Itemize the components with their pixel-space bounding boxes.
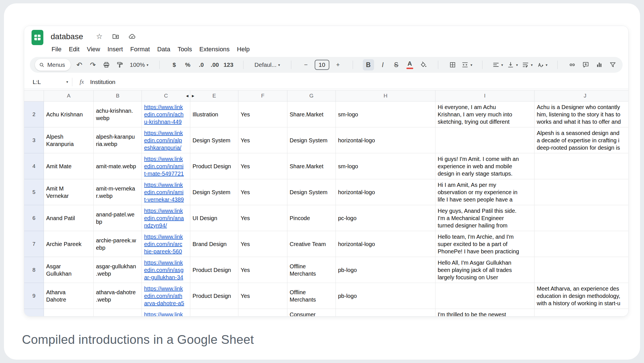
format-percent-button[interactable]: % xyxy=(183,59,193,70)
row-header-7[interactable]: 7 xyxy=(24,231,44,257)
cell-J2[interactable]: Achu is a Designer who contantly him, li… xyxy=(535,101,628,127)
cell-A7[interactable]: Archie Pareek xyxy=(44,231,94,257)
strikethrough-button[interactable]: S xyxy=(392,59,401,70)
italic-button[interactable]: I xyxy=(378,59,388,70)
row-header-10[interactable]: 10 xyxy=(24,309,44,316)
cell-C10[interactable]: https://www.link xyxy=(142,309,190,316)
document-title[interactable]: database xyxy=(51,32,83,41)
column-header-I[interactable]: I xyxy=(435,90,535,101)
menu-view[interactable]: View xyxy=(83,45,104,54)
star-icon[interactable]: ☆ xyxy=(95,32,104,41)
cell-F5[interactable]: Yes xyxy=(238,179,287,205)
cell-G10[interactable]: Consumer xyxy=(287,309,336,316)
column-header-E[interactable]: E► xyxy=(190,90,238,101)
cell-E10[interactable] xyxy=(190,309,238,316)
cell-A6[interactable]: Anand Patil xyxy=(44,205,94,231)
column-header-C[interactable]: C◄ xyxy=(142,90,190,101)
cell-E3[interactable]: Design System xyxy=(190,127,238,153)
cell-B4[interactable]: amit-mate.webp xyxy=(94,153,142,179)
cell-C5[interactable]: https://www.link edin.com/in/ami t-verne… xyxy=(142,179,190,205)
cell-J8[interactable] xyxy=(535,257,628,283)
cell-C9[interactable]: https://www.link edin.com/in/ath arva-da… xyxy=(142,283,190,309)
cell-C3[interactable]: https://www.link edin.com/in/alp eshkara… xyxy=(142,127,190,153)
cell-J3[interactable]: Alpesh is a seasoned design and a decade… xyxy=(535,127,628,153)
cell-I8[interactable]: Hello All, I'm Asgar Gullukhan been play… xyxy=(435,257,535,283)
cell-H7[interactable]: horizontal-logo xyxy=(336,231,435,257)
redo-icon[interactable]: ↷ xyxy=(88,59,98,70)
fill-color-icon[interactable] xyxy=(419,59,428,70)
cell-B2[interactable]: achu-krishnan. webp xyxy=(94,101,142,127)
cell-F3[interactable]: Yes xyxy=(238,127,287,153)
cell-B9[interactable]: atharva-dahotre .webp xyxy=(94,283,142,309)
cell-I5[interactable]: Hi I am Amit, As per my observation or m… xyxy=(435,179,535,205)
cell-J6[interactable] xyxy=(535,205,628,231)
menu-extensions[interactable]: Extensions xyxy=(196,45,233,54)
cell-E8[interactable]: Product Design xyxy=(190,257,238,283)
insert-chart-icon[interactable] xyxy=(594,59,604,70)
cell-F7[interactable]: Yes xyxy=(238,231,287,257)
row-header-8[interactable]: 8 xyxy=(24,257,44,283)
insert-link-icon[interactable] xyxy=(567,59,577,70)
menu-edit[interactable]: Edit xyxy=(65,45,83,54)
cell-J9[interactable]: Meet Atharva, an experience des educatio… xyxy=(535,283,628,309)
cell-H5[interactable]: horizontal-logo xyxy=(336,179,435,205)
cell-H4[interactable]: sm-logo xyxy=(336,153,435,179)
cell-H3[interactable]: horizontal-logo xyxy=(336,127,435,153)
paint-format-icon[interactable] xyxy=(115,59,125,70)
column-header-B[interactable]: B xyxy=(94,90,142,101)
merge-cells-icon[interactable]: ▾ xyxy=(461,59,472,70)
cell-A5[interactable]: Amit M Vernekar xyxy=(44,179,94,205)
format-currency-button[interactable]: $ xyxy=(169,59,179,70)
cell-A2[interactable]: Achu Krishnan xyxy=(44,101,94,127)
cell-H10[interactable] xyxy=(336,309,435,316)
menu-tools[interactable]: Tools xyxy=(174,45,196,54)
cell-J4[interactable] xyxy=(535,153,628,179)
text-rotation-icon[interactable]: ▾ xyxy=(536,59,547,70)
insert-comment-icon[interactable] xyxy=(581,59,591,70)
hidden-column-left-icon[interactable]: ◄ xyxy=(185,94,189,98)
menu-data[interactable]: Data xyxy=(153,45,174,54)
cell-G4[interactable]: Share.Market xyxy=(287,153,336,179)
cell-B3[interactable]: alpesh-karanpu ria.webp xyxy=(94,127,142,153)
cell-I3[interactable] xyxy=(435,127,535,153)
cell-F2[interactable]: Yes xyxy=(238,101,287,127)
cell-I10[interactable]: I'm thrilled to be the newest xyxy=(435,309,535,316)
column-header-A[interactable]: A xyxy=(44,90,94,101)
cell-J10[interactable] xyxy=(535,309,628,316)
cell-H2[interactable]: sm-logo xyxy=(336,101,435,127)
cell-G9[interactable]: Offline Merchants xyxy=(287,283,336,309)
cell-E5[interactable]: Design System xyxy=(190,179,238,205)
name-box[interactable]: L:L ▾ xyxy=(24,79,72,85)
cell-F10[interactable] xyxy=(238,309,287,316)
create-filter-icon[interactable] xyxy=(608,59,618,70)
cell-B7[interactable]: archie-pareek.w ebp xyxy=(94,231,142,257)
column-header-H[interactable]: H xyxy=(336,90,435,101)
cell-G6[interactable]: Pincode xyxy=(287,205,336,231)
cell-H9[interactable]: pb-logo xyxy=(336,283,435,309)
row-header-6[interactable]: 6 xyxy=(24,205,44,231)
cell-I4[interactable]: Hi guys! I'm Amit. I come with an experi… xyxy=(435,153,535,179)
increase-font-size-button[interactable]: + xyxy=(333,59,343,70)
cell-E2[interactable]: Illustration xyxy=(190,101,238,127)
decrease-decimal-button[interactable]: .0 xyxy=(196,59,206,70)
cell-C7[interactable]: https://www.link edin.com/in/arc hie-par… xyxy=(142,231,190,257)
cloud-check-icon[interactable] xyxy=(128,32,136,41)
font-family-select[interactable]: Defaul...▾ xyxy=(253,61,281,68)
cell-C2[interactable]: https://www.link edin.com/in/ach u-krish… xyxy=(142,101,190,127)
text-wrap-icon[interactable]: ▾ xyxy=(522,59,533,70)
cell-B10[interactable] xyxy=(94,309,142,316)
cell-C4[interactable]: https://www.link edin.com/in/ami t-mate-… xyxy=(142,153,190,179)
menu-help[interactable]: Help xyxy=(233,45,253,54)
bold-button[interactable]: B xyxy=(363,59,374,70)
cell-F4[interactable]: Yes xyxy=(238,153,287,179)
row-header-9[interactable]: 9 xyxy=(24,283,44,309)
cell-J5[interactable] xyxy=(535,179,628,205)
cell-A10[interactable] xyxy=(44,309,94,316)
menus-search-button[interactable]: Menus xyxy=(35,59,71,71)
undo-icon[interactable]: ↶ xyxy=(75,59,84,70)
cell-I6[interactable]: Hey guys, Anand Patil this side. I'm a M… xyxy=(435,205,535,231)
cell-B8[interactable]: asgar-gullukhan .webp xyxy=(94,257,142,283)
cell-G3[interactable]: Design System xyxy=(287,127,336,153)
more-formats-button[interactable]: 123 xyxy=(223,59,233,70)
cell-C6[interactable]: https://www.link edin.com/in/ana ndzyn94… xyxy=(142,205,190,231)
